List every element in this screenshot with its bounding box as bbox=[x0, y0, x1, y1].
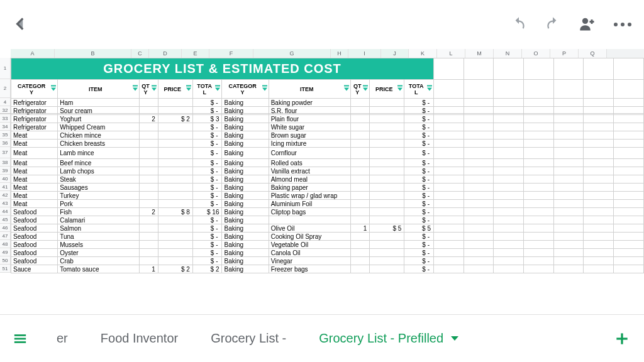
row-header[interactable]: 4 bbox=[0, 98, 11, 106]
cell[interactable]: Baking bbox=[222, 233, 269, 241]
cell[interactable] bbox=[524, 184, 554, 192]
cell[interactable] bbox=[351, 167, 370, 175]
cell[interactable] bbox=[584, 208, 614, 216]
cell[interactable]: $ 5 bbox=[404, 224, 434, 233]
cell[interactable]: Lamb chops bbox=[58, 167, 139, 175]
cell[interactable] bbox=[494, 216, 524, 224]
cell[interactable] bbox=[464, 233, 494, 241]
cell[interactable] bbox=[434, 148, 464, 159]
cell[interactable]: Sauce bbox=[11, 265, 58, 273]
column-header-cell[interactable]: CATEGORY bbox=[11, 80, 58, 99]
cell[interactable]: $ - bbox=[192, 249, 222, 257]
cell[interactable]: $ - bbox=[404, 208, 434, 216]
cell[interactable] bbox=[370, 115, 404, 123]
cell[interactable] bbox=[494, 208, 524, 216]
cell[interactable] bbox=[139, 131, 158, 140]
cell[interactable] bbox=[464, 257, 494, 265]
cell[interactable]: $ - bbox=[404, 115, 434, 123]
cell[interactable] bbox=[553, 184, 584, 192]
cell[interactable] bbox=[494, 140, 524, 148]
cell[interactable]: $ - bbox=[404, 99, 434, 107]
cell[interactable] bbox=[524, 200, 554, 208]
cell[interactable] bbox=[351, 175, 370, 184]
cell[interactable] bbox=[584, 115, 614, 123]
cell[interactable] bbox=[494, 123, 524, 131]
cell[interactable] bbox=[553, 58, 584, 80]
cell[interactable] bbox=[351, 159, 370, 167]
column-header[interactable]: L bbox=[437, 49, 465, 58]
cell[interactable]: Salmon bbox=[58, 224, 139, 233]
cell[interactable] bbox=[614, 159, 644, 167]
cell[interactable] bbox=[464, 115, 494, 123]
spreadsheet[interactable]: ABCDEFGHIJKLMNOPQ 1243233343536373839404… bbox=[0, 49, 644, 314]
cell[interactable] bbox=[584, 123, 614, 131]
cell[interactable]: $ - bbox=[192, 224, 222, 233]
cell[interactable]: Brown sugar bbox=[269, 131, 350, 140]
row-headers[interactable]: 1243233343536373839404142434445464748495… bbox=[0, 58, 11, 273]
cell[interactable] bbox=[494, 148, 524, 159]
cell[interactable]: Meat bbox=[11, 159, 58, 167]
cell[interactable] bbox=[464, 241, 494, 249]
cell[interactable]: $ - bbox=[192, 257, 222, 265]
cell[interactable]: Baking bbox=[222, 131, 269, 140]
cell[interactable]: Seafood bbox=[11, 257, 58, 265]
row-header[interactable]: 46 bbox=[0, 224, 11, 232]
cell[interactable] bbox=[553, 241, 584, 249]
cell[interactable] bbox=[158, 131, 192, 140]
cell[interactable] bbox=[370, 148, 404, 159]
cell[interactable] bbox=[553, 159, 584, 167]
sheet-tab-0[interactable]: er bbox=[40, 315, 84, 362]
cell[interactable] bbox=[158, 192, 192, 200]
cell[interactable]: Baking bbox=[222, 224, 269, 233]
cell[interactable] bbox=[434, 159, 464, 167]
cell[interactable] bbox=[370, 131, 404, 140]
cell[interactable]: Calamari bbox=[58, 216, 139, 224]
cell[interactable] bbox=[584, 257, 614, 265]
column-header-cell[interactable]: ITEM bbox=[269, 80, 350, 99]
column-header[interactable]: Q bbox=[579, 49, 607, 58]
cell[interactable] bbox=[158, 99, 192, 107]
cell[interactable] bbox=[434, 241, 464, 249]
cell[interactable]: Baking bbox=[222, 115, 269, 123]
column-header[interactable]: H bbox=[331, 49, 348, 58]
column-header[interactable]: N bbox=[494, 49, 522, 58]
cell[interactable] bbox=[370, 167, 404, 175]
column-header[interactable]: E bbox=[182, 49, 209, 58]
cell[interactable] bbox=[494, 184, 524, 192]
row-header[interactable]: 51 bbox=[0, 265, 11, 273]
cell[interactable] bbox=[158, 200, 192, 208]
cell[interactable] bbox=[351, 265, 370, 273]
cell[interactable] bbox=[584, 192, 614, 200]
cell[interactable]: Lamb mince bbox=[58, 148, 139, 159]
cell[interactable] bbox=[494, 224, 524, 233]
cell[interactable] bbox=[370, 192, 404, 200]
cell[interactable]: $ - bbox=[192, 216, 222, 224]
cell[interactable] bbox=[464, 216, 494, 224]
cell[interactable] bbox=[614, 148, 644, 159]
back-button[interactable] bbox=[13, 16, 29, 33]
column-header[interactable]: I bbox=[348, 49, 381, 58]
cell[interactable] bbox=[351, 216, 370, 224]
cell[interactable] bbox=[524, 99, 554, 107]
cell[interactable] bbox=[494, 257, 524, 265]
cell[interactable] bbox=[139, 257, 158, 265]
cell[interactable] bbox=[351, 208, 370, 216]
cell[interactable] bbox=[553, 208, 584, 216]
cell[interactable] bbox=[524, 257, 554, 265]
cell[interactable] bbox=[524, 167, 554, 175]
cell[interactable]: Baking bbox=[222, 249, 269, 257]
cell[interactable] bbox=[494, 167, 524, 175]
cell[interactable] bbox=[524, 224, 554, 233]
cell[interactable] bbox=[139, 224, 158, 233]
cell[interactable]: $ - bbox=[192, 140, 222, 148]
cell[interactable] bbox=[464, 192, 494, 200]
cell[interactable]: $ - bbox=[404, 175, 434, 184]
cell[interactable] bbox=[139, 200, 158, 208]
cell[interactable]: Icing mixture bbox=[269, 140, 350, 148]
cell[interactable] bbox=[494, 265, 524, 273]
cell[interactable] bbox=[464, 184, 494, 192]
cell[interactable]: Sausages bbox=[58, 184, 139, 192]
cell[interactable]: Refrigerator bbox=[11, 115, 58, 123]
cell[interactable] bbox=[614, 131, 644, 140]
cell[interactable] bbox=[139, 159, 158, 167]
